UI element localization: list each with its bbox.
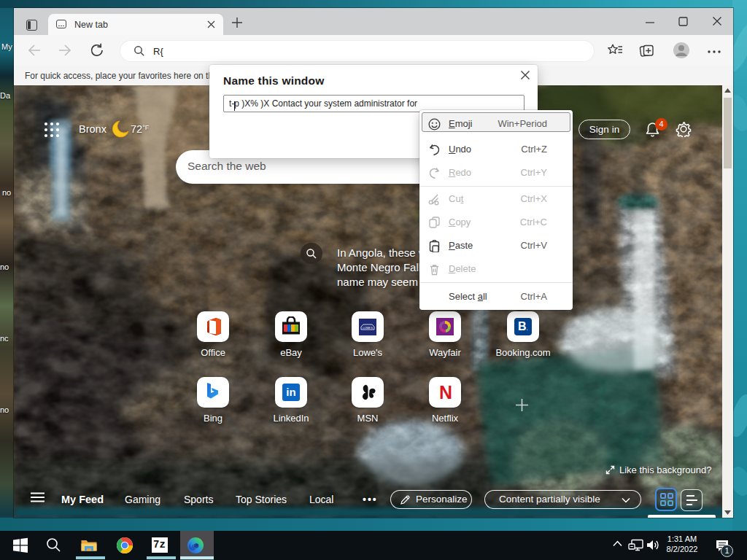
svg-text:LOWE'S: LOWE'S bbox=[363, 327, 373, 330]
